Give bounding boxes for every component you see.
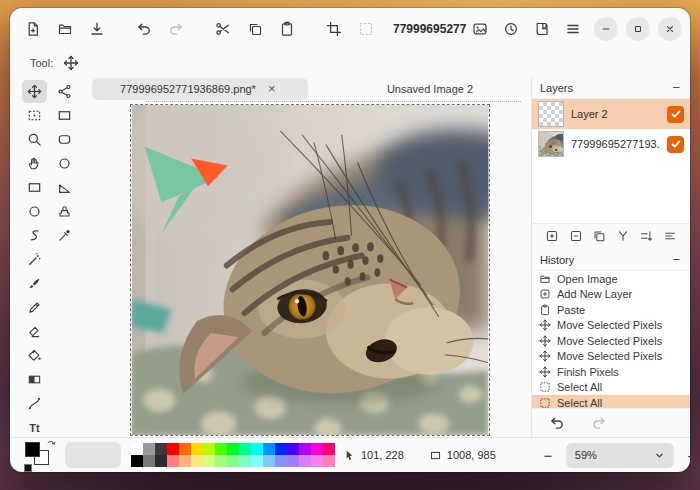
palette-swatch[interactable] [131, 455, 143, 467]
history-item[interactable]: Open Image [532, 271, 690, 287]
main-menu-button[interactable] [560, 16, 586, 42]
palette-swatch[interactable] [143, 443, 155, 455]
history-item[interactable]: Select All [532, 380, 690, 396]
tool-select-ellipse[interactable] [52, 152, 77, 175]
tool-paint-bucket[interactable] [22, 344, 47, 367]
palette-swatch[interactable] [215, 455, 227, 467]
crop-to-selection-button[interactable] [321, 16, 347, 42]
tab-active-document[interactable]: 779996952771936869.png* × [92, 78, 308, 100]
palette-swatch[interactable] [251, 455, 263, 467]
palette-swatch[interactable] [191, 455, 203, 467]
palette-swatch[interactable] [203, 443, 215, 455]
tool-freeform-shape[interactable] [22, 224, 47, 247]
zoom-in-button[interactable]: + [682, 447, 690, 464]
palette-swatch[interactable] [263, 443, 275, 455]
history-item[interactable]: Select All [532, 395, 690, 409]
palette-swatch[interactable] [323, 443, 335, 455]
palette-swatch[interactable] [227, 443, 239, 455]
duplicate-layer-button[interactable] [589, 226, 609, 246]
tool-eraser[interactable] [22, 320, 47, 343]
tool-gradient[interactable] [22, 368, 47, 391]
tool-pencil[interactable] [22, 296, 47, 319]
tool-freeform-select[interactable] [22, 176, 47, 199]
tool-magic-wand[interactable] [22, 248, 47, 271]
delete-layer-button[interactable] [566, 226, 586, 246]
zoom-dropdown[interactable]: 59% [566, 443, 674, 468]
save-button[interactable] [84, 16, 110, 42]
history-item[interactable]: Finish Pixels [532, 364, 690, 380]
tool-clone-stamp[interactable] [52, 200, 77, 223]
open-image-button[interactable] [52, 16, 78, 42]
history-item[interactable]: Move Selected Pixels [532, 349, 690, 365]
history-undo-button[interactable] [544, 410, 570, 436]
layer-visible-checkbox[interactable] [667, 136, 684, 153]
palette-swatch[interactable] [155, 443, 167, 455]
palette-swatch[interactable] [275, 455, 287, 467]
history-item[interactable]: Move Selected Pixels [532, 318, 690, 334]
palette-swatch[interactable] [263, 455, 275, 467]
tool-ellipse[interactable] [22, 200, 47, 223]
undo-button[interactable] [131, 16, 157, 42]
palette-swatch[interactable] [287, 455, 299, 467]
palette-swatch[interactable] [299, 443, 311, 455]
reset-colors-swatch[interactable] [24, 464, 32, 472]
tool-select-lasso[interactable] [52, 176, 77, 199]
maximize-button[interactable] [626, 17, 650, 41]
time-history-button[interactable] [498, 16, 524, 42]
reorder-layer-button[interactable] [636, 226, 656, 246]
image-menu-button[interactable] [467, 16, 493, 42]
palette-swatch[interactable] [215, 443, 227, 455]
palette-swatch[interactable] [203, 455, 215, 467]
paste-button[interactable] [274, 16, 300, 42]
tool-pan[interactable] [22, 152, 47, 175]
palette-swatch[interactable] [227, 455, 239, 467]
palette-swatch[interactable] [179, 455, 191, 467]
layers-collapse-button[interactable]: − [670, 82, 682, 94]
add-layer-button[interactable] [542, 226, 562, 246]
layer-row-image[interactable]: 77999695277193... [532, 129, 690, 159]
tool-rectangle[interactable] [52, 104, 77, 127]
deselect-button[interactable] [353, 16, 379, 42]
history-item[interactable]: Paste [532, 302, 690, 318]
tool-text[interactable]: Tt [22, 416, 47, 439]
palette-swatch[interactable] [167, 455, 179, 467]
cut-button[interactable] [210, 16, 236, 42]
canvas[interactable] [130, 104, 490, 436]
palette-swatch[interactable] [239, 443, 251, 455]
redo-button[interactable] [163, 16, 189, 42]
tool-rounded-rectangle[interactable] [52, 128, 77, 151]
palette-swatch[interactable] [143, 455, 155, 467]
palette-color-widget[interactable] [24, 440, 57, 471]
palette-swatch[interactable] [155, 455, 167, 467]
tab-unsaved-image[interactable]: Unsaved Image 2 [342, 78, 518, 100]
tab-close-button[interactable]: × [264, 81, 280, 97]
palette-swatch[interactable] [251, 443, 263, 455]
tool-move-selected[interactable] [22, 80, 47, 103]
palette-swatch[interactable] [275, 443, 287, 455]
history-item[interactable]: Move Selected Pixels [532, 333, 690, 349]
palette-swatch[interactable] [311, 455, 323, 467]
palette-swatch[interactable] [311, 443, 323, 455]
palette-swatch[interactable] [299, 455, 311, 467]
add-ons-button[interactable] [529, 16, 555, 42]
palette-swatch[interactable] [287, 443, 299, 455]
palette-swatch[interactable] [191, 443, 203, 455]
tool-color-picker[interactable] [52, 224, 77, 247]
palette-swatch[interactable] [239, 455, 251, 467]
zoom-out-button[interactable]: − [538, 447, 558, 464]
history-collapse-button[interactable]: − [670, 254, 682, 266]
palette-swatch[interactable] [167, 443, 179, 455]
layer-row-layer2[interactable]: Layer 2 [532, 99, 690, 129]
history-redo-button[interactable] [586, 410, 612, 436]
layer-visible-checkbox[interactable] [667, 106, 684, 123]
layer-properties-button[interactable] [660, 226, 680, 246]
palette-swatch[interactable] [131, 443, 143, 455]
history-item[interactable]: Add New Layer [532, 287, 690, 303]
swap-colors-icon[interactable] [45, 439, 56, 450]
tool-paintbrush[interactable] [22, 272, 47, 295]
merge-layer-down-button[interactable] [613, 226, 633, 246]
tool-line-curve[interactable] [22, 392, 47, 415]
palette-swatch[interactable] [323, 455, 335, 467]
palette-swatch[interactable] [179, 443, 191, 455]
new-image-button[interactable] [20, 16, 46, 42]
